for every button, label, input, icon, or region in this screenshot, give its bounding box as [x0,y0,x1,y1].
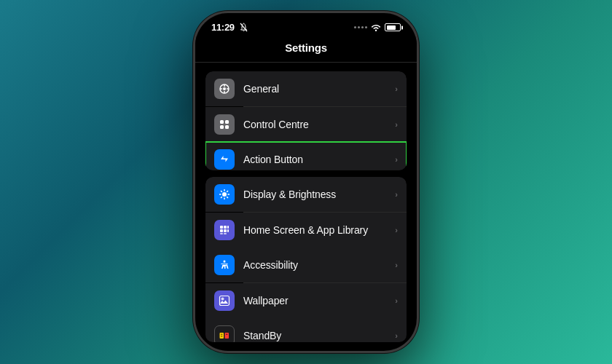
battery-fill [387,25,396,30]
settings-item-accessibility[interactable]: Accessibility › [205,248,407,282]
svg-point-2 [223,87,226,90]
battery-icon [385,23,401,31]
svg-rect-33 [221,334,223,336]
svg-rect-24 [224,229,227,232]
action-button-chevron: › [395,155,398,164]
settings-item-control-centre[interactable]: Control Centre › [205,107,407,142]
action-button-icon [214,149,235,170]
action-button-label: Action Button [243,154,392,165]
general-label: General [243,83,392,95]
control-centre-chevron: › [395,120,398,129]
phone-frame: 11:29 [193,11,419,353]
status-time: 11:29 [211,22,235,33]
status-bar: 11:29 [195,13,417,36]
svg-rect-26 [220,233,223,234]
nav-bar: Settings [195,36,417,63]
svg-rect-32 [225,333,230,339]
settings-item-wallpaper[interactable]: Wallpaper › [205,283,407,318]
settings-item-display[interactable]: Display & Brightness › [205,177,407,212]
wallpaper-chevron: › [395,296,398,305]
standby-chevron: › [395,331,398,340]
svg-point-11 [222,192,227,197]
svg-rect-10 [225,125,229,129]
svg-rect-27 [224,233,227,234]
home-screen-label: Home Screen & App Library [243,224,392,236]
svg-rect-35 [221,336,223,337]
general-chevron: › [395,84,398,93]
svg-point-29 [221,297,224,300]
svg-rect-30 [220,296,230,305]
control-centre-icon [214,114,235,135]
nav-title: Settings [285,41,327,54]
svg-rect-25 [227,229,229,232]
svg-rect-9 [220,125,224,129]
settings-list: General › Control Centre [195,63,417,351]
home-screen-icon [214,220,235,240]
standby-label: StandBy [243,330,392,341]
wallpaper-label: Wallpaper [243,295,392,306]
wallpaper-icon [214,290,235,311]
status-left: 11:29 [211,22,248,33]
accessibility-label: Accessibility [243,259,392,271]
display-icon [214,184,235,205]
dynamic-island [277,20,335,38]
svg-rect-8 [225,120,229,124]
svg-rect-23 [220,229,223,232]
display-label: Display & Brightness [243,189,392,200]
accessibility-icon [214,255,235,275]
svg-line-18 [227,191,228,192]
svg-rect-34 [226,334,228,336]
svg-line-19 [221,197,222,199]
settings-item-general[interactable]: General › [205,71,407,106]
wifi-icon [371,23,381,31]
svg-rect-7 [220,120,224,124]
settings-group-2: Display & Brightness › [205,177,407,342]
svg-rect-21 [224,226,227,229]
mute-icon [240,23,248,32]
screen: Settings [195,36,417,351]
settings-group-1: General › Control Centre [205,71,407,170]
settings-item-action-button[interactable]: Action Button › [205,142,407,170]
accessibility-chevron: › [395,261,398,269]
general-icon [214,79,235,99]
group-spacer [205,171,407,177]
svg-line-16 [221,191,222,192]
svg-line-17 [227,197,228,199]
status-icons [354,23,401,31]
standby-icon [214,325,235,342]
settings-item-standby[interactable]: StandBy › [205,318,407,342]
home-screen-chevron: › [395,226,398,234]
svg-rect-22 [227,226,229,229]
signal-bars [354,26,367,28]
settings-item-home-screen[interactable]: Home Screen & App Library › [205,213,407,248]
control-centre-label: Control Centre [243,119,392,130]
svg-rect-20 [220,226,223,229]
display-chevron: › [395,190,398,199]
svg-point-28 [224,261,226,263]
